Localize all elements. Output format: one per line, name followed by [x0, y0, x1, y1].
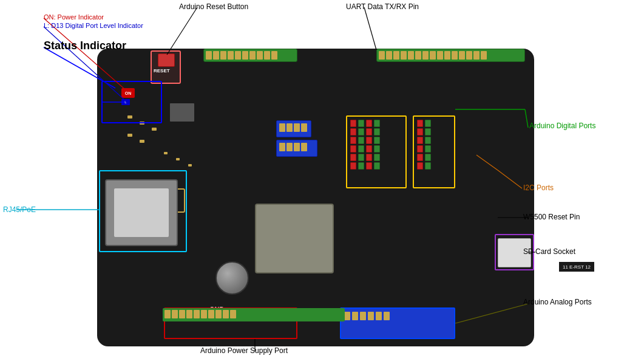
pin-9: [264, 51, 270, 60]
pin-2: [213, 51, 219, 60]
pin-r5: [408, 51, 414, 60]
top-connector-left: [203, 49, 297, 62]
resistor-4: [127, 134, 132, 137]
l-digital-annotation: L: D13 Digital Port Level Indicator: [44, 22, 143, 29]
rj45-port-inner: [114, 188, 169, 237]
on-power-annotation: ON: Power Indicator: [44, 13, 104, 21]
uart-annotation: UART Data TX/RX Pin: [346, 2, 419, 11]
gpin2-6: [374, 162, 380, 170]
status-indicator-box: [101, 81, 162, 123]
pin-5: [235, 51, 241, 60]
gpin3-2: [425, 128, 431, 136]
analog-ports-box: [340, 307, 455, 339]
main-ic-chip: [255, 204, 334, 273]
rpin2-2: [366, 128, 372, 136]
rpin-2: [350, 128, 356, 136]
rpin-3: [350, 137, 356, 144]
analog-pin-4: [368, 312, 374, 320]
arduino-reset-annotation: Arduino Reset Button: [179, 2, 248, 11]
pin-r11: [452, 51, 458, 60]
bg-pin-2: [172, 310, 178, 318]
blue-connector-1: [276, 120, 311, 137]
pin-r9: [437, 51, 443, 60]
rpin-1: [350, 120, 356, 127]
rj45-annotation: RJ45/PoE: [3, 205, 36, 214]
gpin3-5: [425, 154, 431, 161]
pin-r1: [379, 51, 385, 60]
green-pin-col-1: [358, 120, 364, 170]
blue2-pin-3: [294, 143, 300, 151]
analog-pin-2: [352, 312, 358, 320]
gpin-3: [358, 137, 364, 144]
red-pin-col-3: [417, 120, 423, 170]
rpin3-3: [417, 137, 423, 144]
board-container: 11 E-RST 12 GND RESET: [0, 0, 644, 364]
bg-pin-1: [164, 310, 171, 318]
status-indicator-annotation: Status Indicator: [44, 39, 126, 52]
green-pin-col-2: [374, 120, 380, 170]
bg-pin-10: [230, 310, 236, 318]
yellow-box-2: [413, 115, 455, 188]
blue-pin-4: [301, 123, 307, 132]
pin-r6: [415, 51, 421, 60]
smd-2: [176, 158, 180, 160]
rpin3-1: [417, 120, 423, 127]
rpin3-2: [417, 128, 423, 136]
red-pin-col-2: [366, 120, 372, 170]
rpin2-3: [366, 137, 372, 144]
reset-button[interactable]: [158, 53, 175, 67]
pin-7: [249, 51, 256, 60]
bg-pin-6: [201, 310, 207, 318]
bg-pin-4: [186, 310, 192, 318]
rpin-4: [350, 145, 356, 153]
gpin2-3: [374, 137, 380, 144]
ic-chip-1: [170, 103, 194, 122]
rpin3-5: [417, 154, 423, 161]
pin-8: [257, 51, 263, 60]
arduino-digital-annotation: Arduino Digital Ports: [529, 122, 595, 130]
rpin3-6: [417, 162, 423, 170]
pin-r13: [466, 51, 472, 60]
gpin-6: [358, 162, 364, 170]
analog-pin-5: [376, 312, 382, 320]
blue2-pin-1: [279, 143, 285, 151]
rpin2-4: [366, 145, 372, 153]
pin-r10: [444, 51, 450, 60]
top-connector-right: [376, 49, 525, 62]
capacitor-large: [215, 261, 249, 295]
svg-line-4: [167, 7, 197, 55]
blue2-pin-2: [286, 143, 293, 151]
blue2-pin-4: [301, 143, 307, 151]
pin-r15: [481, 51, 487, 60]
blue-pin-2: [286, 123, 293, 132]
gpin3-6: [425, 162, 431, 170]
rpin2-5: [366, 154, 372, 161]
analog-pin-6: [384, 312, 390, 320]
gpin3-1: [425, 120, 431, 127]
blue-pin-3: [294, 123, 300, 132]
w5500-label-box: 11 E-RST 12: [558, 261, 595, 272]
pin-r2: [386, 51, 392, 60]
rpin-6: [350, 162, 356, 170]
resistor-5: [140, 140, 144, 143]
power-supply-annotation: Arduino Power Supply Port: [200, 346, 288, 355]
gpin2-4: [374, 145, 380, 153]
pin-r12: [459, 51, 465, 60]
svg-line-5: [364, 7, 376, 50]
red-pin-col-1: [350, 120, 356, 170]
bg-pin-8: [215, 310, 222, 318]
pin-r4: [401, 51, 407, 60]
rpin-5: [350, 154, 356, 161]
gpin3-3: [425, 137, 431, 144]
gpin3-4: [425, 145, 431, 153]
smd-3: [188, 164, 192, 167]
analog-pin-1: [344, 312, 350, 320]
arduino-analog-annotation: Arduino Analog Ports: [523, 298, 592, 306]
pin-r3: [393, 51, 399, 60]
pin-3: [220, 51, 226, 60]
rpin2-1: [366, 120, 372, 127]
gpin-4: [358, 145, 364, 153]
pin-r14: [473, 51, 480, 60]
gpin-2: [358, 128, 364, 136]
analog-pin-3: [360, 312, 366, 320]
